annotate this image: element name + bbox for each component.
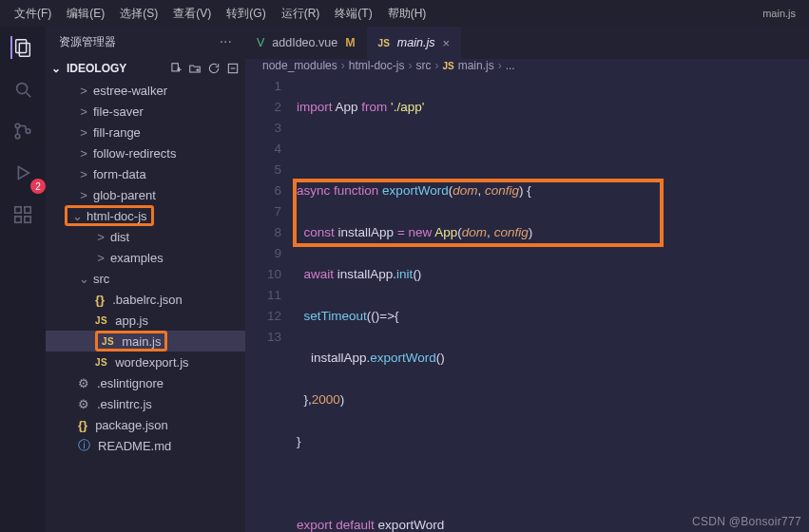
tree-item-src[interactable]: ⌄src [46, 268, 245, 289]
menubar: 文件(F) 编辑(E) 选择(S) 查看(V) 转到(G) 运行(R) 终端(T… [0, 0, 809, 27]
breadcrumb-seg[interactable]: html-doc-js [349, 59, 405, 72]
tree-item[interactable]: >estree-walker [46, 80, 245, 101]
tree-item[interactable]: >examples [46, 247, 245, 268]
breadcrumb-seg[interactable]: src [415, 59, 431, 72]
menu-terminal[interactable]: 终端(T) [328, 4, 378, 24]
tree-file[interactable]: JSwordexport.js [46, 352, 245, 372]
line-number: 2 [245, 97, 281, 118]
tree-file[interactable]: {}package.json [46, 414, 245, 435]
tree-item[interactable]: >form-data [46, 163, 245, 184]
tree-file[interactable]: JSapp.js [46, 310, 245, 331]
search-icon[interactable] [11, 78, 34, 101]
folder-name: IDEOLOGY [67, 62, 126, 75]
tree-file-main-js[interactable]: JS main.js [46, 331, 245, 352]
extensions-icon[interactable] [11, 203, 34, 226]
tree-file[interactable]: {}.babelrc.json [46, 289, 245, 310]
explorer-tree[interactable]: >estree-walker >file-saver >fill-range >… [46, 80, 245, 532]
scm-icon[interactable] [11, 120, 34, 142]
line-number: 12 [245, 306, 281, 327]
tree-file[interactable]: ⚙.eslintrc.js [46, 393, 245, 414]
breadcrumb-seg[interactable]: node_modules [262, 59, 337, 72]
tree-item[interactable]: >file-saver [46, 101, 245, 122]
chevron-right-icon: > [78, 84, 89, 98]
gear-icon: ⚙ [78, 397, 89, 411]
modified-indicator: M [345, 36, 355, 49]
activitybar [0, 27, 46, 532]
folder-label: file-saver [93, 104, 144, 119]
svg-point-6 [26, 129, 30, 134]
file-label: wordexport.js [115, 355, 188, 370]
tree-file[interactable]: ⚙.eslintignore [46, 372, 245, 393]
js-icon: JS [442, 61, 453, 71]
line-number: 10 [245, 264, 281, 285]
svg-rect-11 [25, 217, 30, 222]
sidebar-header: 资源管理器 ··· [46, 27, 245, 57]
file-label: .eslintignore [97, 376, 164, 390]
folder-label: examples [110, 251, 164, 265]
line-number: 1 [245, 76, 281, 97]
json-icon: {} [78, 418, 87, 432]
menu-file[interactable]: 文件(F) [8, 4, 58, 24]
explorer-icon[interactable] [10, 36, 33, 59]
tab-addideo[interactable]: V addIdeo.vue M [245, 27, 367, 59]
menu-run[interactable]: 运行(R) [275, 4, 327, 24]
js-icon: JS [95, 315, 107, 326]
chevron-down-icon: ⌄ [51, 62, 61, 75]
file-label: .eslintrc.js [97, 397, 152, 411]
chevron-right-icon: > [78, 167, 89, 181]
tree-item[interactable]: >dist [46, 226, 245, 247]
titlebar-filename: main.js [762, 8, 801, 19]
code-area[interactable]: 1 2 3 4 5 6 7 8 9 10 11 12 13 import App… [245, 72, 809, 532]
scm-badge: 2 [30, 179, 46, 194]
code-source[interactable]: import App from './app' async function e… [297, 76, 809, 532]
highlight-box [293, 179, 664, 247]
menu-help[interactable]: 帮助(H) [381, 4, 433, 24]
chevron-right-icon: › [434, 59, 438, 72]
refresh-icon[interactable] [207, 62, 221, 75]
folder-label: follow-redirects [93, 146, 176, 161]
menu-edit[interactable]: 编辑(E) [60, 4, 111, 24]
line-number: 13 [245, 327, 281, 348]
svg-rect-10 [15, 217, 21, 222]
menu-view[interactable]: 查看(V) [166, 4, 218, 24]
menu-select[interactable]: 选择(S) [113, 4, 164, 24]
svg-rect-9 [25, 207, 30, 213]
breadcrumb[interactable]: node_modules› html-doc-js› src› JS main.… [245, 59, 809, 72]
file-label: main.js [122, 334, 161, 349]
file-label: package.json [95, 418, 168, 432]
folder-label: dist [110, 230, 129, 244]
new-file-icon[interactable] [169, 62, 183, 75]
debug-icon[interactable] [11, 162, 34, 184]
breadcrumb-seg[interactable]: main.js [458, 59, 494, 72]
tree-item[interactable]: >fill-range [46, 122, 245, 142]
collapse-icon[interactable] [226, 62, 240, 75]
folder-label: html-doc-js [87, 209, 147, 223]
svg-point-4 [15, 124, 20, 128]
line-number: 5 [245, 160, 281, 180]
menu-goto[interactable]: 转到(G) [220, 4, 272, 24]
tab-mainjs[interactable]: JS main.js × [367, 27, 461, 59]
new-folder-icon[interactable] [188, 62, 202, 75]
chevron-down-icon: ⌄ [78, 272, 89, 286]
editor: V addIdeo.vue M JS main.js × node_module… [245, 27, 809, 532]
tree-file[interactable]: ⓘREADME.md [46, 435, 245, 456]
more-icon[interactable]: ··· [220, 33, 232, 50]
folder-label: form-data [93, 167, 146, 181]
close-icon[interactable]: × [442, 36, 450, 50]
chevron-right-icon: > [78, 146, 89, 161]
svg-rect-0 [16, 40, 27, 53]
chevron-right-icon: > [78, 104, 89, 119]
tree-item[interactable]: >glob-parent [46, 184, 245, 205]
tree-item-html-doc-js[interactable]: ⌄ html-doc-js [46, 205, 245, 226]
tree-item[interactable]: >follow-redirects [46, 142, 245, 163]
line-number: 6 [245, 180, 281, 201]
svg-point-5 [15, 134, 20, 139]
folder-line[interactable]: ⌄ IDEOLOGY [46, 57, 245, 80]
line-gutter: 1 2 3 4 5 6 7 8 9 10 11 12 13 [245, 76, 297, 532]
breadcrumb-seg[interactable]: ... [506, 59, 515, 72]
vue-icon: V [257, 36, 264, 49]
chevron-right-icon: › [498, 59, 502, 72]
json-icon: {} [95, 293, 105, 307]
chevron-right-icon: › [341, 59, 345, 72]
folder-label: fill-range [93, 125, 141, 140]
